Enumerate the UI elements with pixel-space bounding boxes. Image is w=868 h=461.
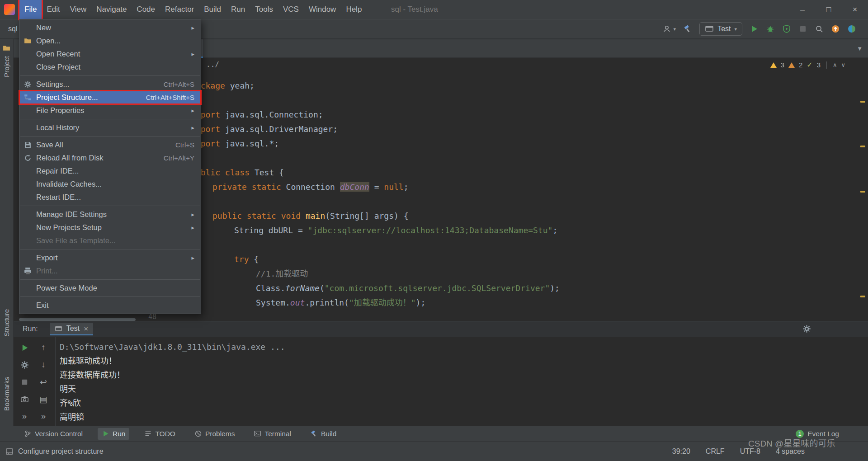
debug-button[interactable] [766,24,775,33]
menu-item-label: Exit [36,301,194,310]
code-token: Test { [255,168,284,177]
menubar-item-build[interactable]: Build [199,0,226,19]
status-message-area[interactable]: Configure project structure [5,447,104,456]
toolwindow-run-button[interactable]: Run [98,428,129,440]
console-tool-next-button[interactable]: ↓ [35,356,52,373]
toolwindow-terminal-button[interactable]: Terminal [250,428,295,440]
run-tool-stop-button[interactable] [16,373,33,390]
build-button[interactable] [683,24,692,33]
user-button[interactable]: ▾ [662,24,676,33]
menu-item-label: Invalidate Caches... [36,180,194,188]
menu-item-save-all[interactable]: Save AllCtrl+S [19,138,201,151]
menu-item-new-projects-setup[interactable]: New Projects Setup▸ [19,221,201,234]
menubar-item-help[interactable]: Help [341,0,367,19]
code-with-me-button[interactable] [847,24,856,33]
menu-item-open[interactable]: Open... [19,34,201,47]
menubar-item-refactor[interactable]: Refactor [160,0,199,19]
menubar-item-edit[interactable]: Edit [42,0,65,19]
toolwindow-todo-button[interactable]: TODO [140,428,179,440]
run-tool-more-button[interactable]: » [16,408,33,425]
toolwindow-version-control-button[interactable]: Version Control [20,428,87,440]
scrollbar-warning-mark[interactable] [860,101,865,103]
menubar-item-run[interactable]: Run [226,0,250,19]
menu-item-new[interactable]: New▸ [19,21,201,34]
stripe-bookmarks-button[interactable]: Bookmarks [3,377,10,411]
minimize-button[interactable]: – [789,0,816,19]
menu-item-file-properties[interactable]: File Properties▸ [19,104,201,117]
menu-item-label: Power Save Mode [36,284,194,292]
menu-item-shortcut: Ctrl+S [175,141,194,149]
run-tool-rerun-button[interactable] [16,339,33,356]
menu-item-exit[interactable]: Exit [19,299,201,312]
close-icon[interactable]: × [84,325,88,333]
menu-item-local-history[interactable]: Local History▸ [19,121,201,134]
menu-item-label: Open Recent [36,50,186,58]
bug-icon [766,24,775,33]
code-token: Class. [256,283,285,293]
menu-item-settings[interactable]: Settings...Ctrl+Alt+S [19,78,201,91]
maximize-button[interactable]: □ [816,0,842,19]
menu-item-project-structure[interactable]: Project Structure...Ctrl+Alt+Shift+S [19,91,201,104]
menu-item-restart-ide[interactable]: Restart IDE... [19,191,201,204]
toolbar-right-actions: ▾Test▾ [662,22,868,36]
coverage-button[interactable] [782,24,791,33]
menu-item-export[interactable]: Export▸ [19,251,201,264]
close-button[interactable]: × [842,0,868,19]
menubar-item-tools[interactable]: Tools [250,0,278,19]
file-menu: New▸Open...Open Recent▸Close ProjectSett… [19,19,201,314]
menubar-item-code[interactable]: Code [132,0,160,19]
run-tab-test[interactable]: Test × [50,323,93,335]
scrollbar-warning-mark[interactable] [860,146,865,147]
console-tool-scroll-end-button[interactable]: ▤ [35,390,52,408]
run-tool-thread-dump-button[interactable] [16,390,33,408]
menubar-item-view[interactable]: View [65,0,92,19]
toolwindow-problems-button[interactable]: Problems [190,428,239,440]
menu-item-power-save-mode[interactable]: Power Save Mode [19,282,201,295]
scrollbar-warning-mark[interactable] [860,191,865,193]
toolwindow-build-button[interactable]: Build [306,428,340,440]
update-button[interactable] [831,24,840,33]
prev-issue-icon[interactable]: ∧ [833,61,837,68]
navigation-breadcrumb[interactable]: sql [8,25,17,33]
run-button[interactable] [750,24,759,33]
run-tab-label: Test [66,325,80,333]
menubar-item-navigate[interactable]: Navigate [91,0,132,19]
console-output[interactable]: D:\Software\Java\jdk1.8.0_311\bin\java.e… [14,337,868,424]
tab-options-icon[interactable]: ▼ [857,39,863,58]
gear-icon[interactable] [802,325,811,333]
menu-item-invalidate-caches[interactable]: Invalidate Caches... [19,178,201,191]
file-breadcrumb[interactable]: ../ [206,60,219,69]
menubar-item-vcs[interactable]: VCS [278,0,304,19]
line-ending[interactable]: CRLF [706,447,725,456]
menubar-item-file[interactable]: File [19,0,42,19]
play-icon [750,24,759,33]
ok-icon: ✓ [807,61,812,69]
menu-item-open-recent[interactable]: Open Recent▸ [19,47,201,61]
wrap-icon: ↩ [40,377,47,387]
menu-item-reload-all-from-disk[interactable]: Reload All from DiskCtrl+Alt+Y [19,151,201,165]
caret-position[interactable]: 39:20 [672,447,690,456]
console-tool-more-button[interactable]: » [35,408,52,425]
menu-item-label: Reload All from Disk [36,154,158,162]
console-tool-soft-wrap-button[interactable]: ↩ [35,373,52,390]
divider [826,61,827,69]
stripe-project-button[interactable]: Project [3,56,10,77]
stop-button[interactable] [798,24,807,33]
stripe-structure-button[interactable]: Structure [3,309,10,337]
search-everywhere-button[interactable] [815,24,824,33]
next-issue-icon[interactable]: ∨ [841,61,845,68]
inspections-widget[interactable]: 3 2 ✓ 3 ∧ ∨ [770,61,845,69]
menu-item-save-file-as-template[interactable]: Save File as Template... [19,234,201,247]
menu-item-close-project[interactable]: Close Project [19,61,201,74]
console-tool-prev-button[interactable]: ↑ [35,339,52,356]
menu-item-manage-ide-settings[interactable]: Manage IDE Settings▸ [19,208,201,221]
menu-separator [20,206,200,206]
menu-item-repair-ide[interactable]: Repair IDE... [19,165,201,178]
code-token: java.sql.Connection; [225,110,323,119]
run-tool-settings-button[interactable] [16,356,33,373]
run-config-button[interactable]: Test▾ [699,22,742,36]
tool-windows-icon[interactable] [5,447,14,456]
scrollbar-warning-mark[interactable] [860,296,865,297]
menubar-item-window[interactable]: Window [304,0,341,19]
menu-item-print[interactable]: Print... [19,264,201,278]
